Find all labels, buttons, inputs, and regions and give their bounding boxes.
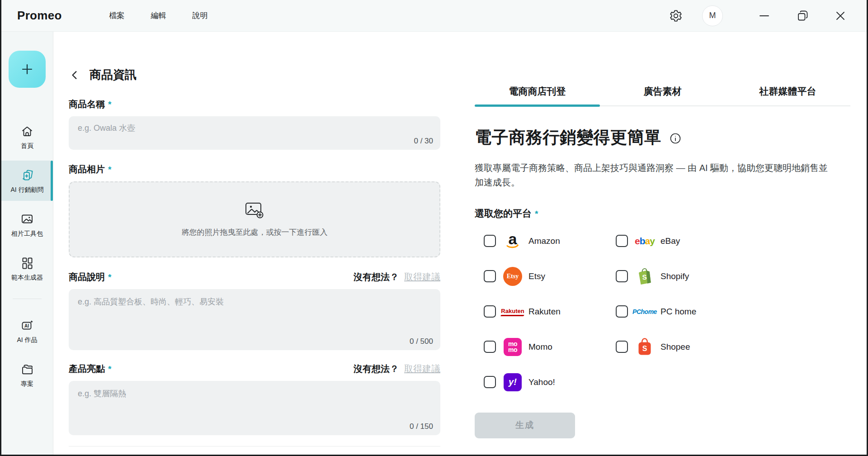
svg-text:a: a	[509, 232, 518, 247]
product-description-label: 商品說明	[69, 271, 105, 283]
ecommerce-panel: 電商商店刊登 廣告素材 社群媒體平台 電子商務行銷變得更簡單 獲取專屬電子商務策…	[475, 58, 850, 455]
get-suggestion-link[interactable]: 取得建議	[404, 271, 440, 283]
product-name-input[interactable]	[69, 116, 440, 133]
plus-icon	[19, 62, 35, 77]
photo-dropzone[interactable]: 將您的照片拖曳至此處，或按一下進行匯入	[69, 181, 440, 257]
ebay-checkbox[interactable]	[616, 235, 628, 247]
amazon-checkbox[interactable]	[484, 235, 496, 247]
char-counter: 0 / 150	[410, 422, 433, 431]
char-counter: 0 / 30	[414, 137, 433, 146]
minimize-button[interactable]	[757, 9, 772, 23]
required-mark: *	[108, 272, 111, 282]
product-name-field: 0 / 30	[69, 116, 440, 150]
shopify-checkbox[interactable]	[616, 270, 628, 282]
shopify-logo: S	[634, 267, 655, 286]
platform-grid: a Amazon ebay eBay	[484, 231, 850, 393]
product-highlights-input[interactable]	[69, 381, 440, 423]
platform-label: Amazon	[528, 236, 560, 246]
ai-advisor-icon	[20, 168, 34, 182]
platform-shopee[interactable]: S Shopee	[616, 337, 748, 356]
dropzone-hint: 將您的照片拖曳至此處，或按一下進行匯入	[182, 227, 328, 238]
amazon-logo: a	[502, 232, 523, 250]
sidebar-item-ai-works[interactable]: AI AI 作品	[1, 311, 53, 351]
app-logo: Promeo	[17, 9, 62, 23]
shopee-logo: S	[634, 337, 655, 356]
no-idea-text: 沒有想法？	[354, 363, 399, 375]
etsy-logo: Etsy	[502, 267, 523, 286]
platform-label: PC home	[660, 307, 696, 317]
restore-icon	[796, 9, 809, 23]
pchome-checkbox[interactable]	[616, 305, 628, 318]
tab-social-media[interactable]: 社群媒體平台	[725, 85, 850, 105]
new-project-button[interactable]	[9, 51, 46, 88]
menu-help[interactable]: 說明	[193, 10, 208, 21]
platform-ebay[interactable]: ebay eBay	[616, 235, 748, 247]
shopee-checkbox[interactable]	[616, 341, 628, 353]
platform-yahoo[interactable]: y! Yahoo!	[484, 373, 616, 391]
svg-text:S: S	[642, 273, 647, 281]
avatar[interactable]: M	[702, 5, 723, 26]
platform-label: Etsy	[528, 271, 545, 281]
sidebar-divider	[13, 299, 42, 299]
sidebar-item-photo-toolkit[interactable]: 相片工具包	[1, 204, 53, 245]
product-highlights-field: 0 / 150	[69, 381, 440, 435]
sidebar-item-projects[interactable]: 專案	[1, 355, 53, 395]
menu-edit[interactable]: 編輯	[151, 10, 166, 21]
menu-bar: 檔案 編輯 說明	[109, 10, 208, 21]
menu-file[interactable]: 檔案	[109, 10, 125, 21]
ebay-logo: ebay	[634, 236, 655, 247]
sidebar-item-home[interactable]: 首頁	[1, 117, 53, 157]
char-counter: 0 / 500	[410, 337, 433, 346]
settings-button[interactable]	[667, 7, 685, 25]
momo-checkbox[interactable]	[484, 341, 496, 353]
sidebar-item-label: 相片工具包	[11, 230, 43, 238]
generate-button[interactable]: 生成	[475, 413, 575, 438]
close-button[interactable]	[833, 9, 848, 23]
sidebar-item-ai-advisor[interactable]: AI 行銷顧問	[1, 161, 53, 201]
info-button[interactable]	[669, 132, 682, 145]
sidebar-item-label: 範本生成器	[11, 274, 43, 282]
panel-description: 獲取專屬電子商務策略、商品上架技巧與通路洞察 — 由 AI 驅動，協助您更聰明地…	[475, 161, 836, 190]
photo-toolkit-icon	[20, 212, 34, 226]
tab-ad-assets[interactable]: 廣告素材	[600, 85, 725, 105]
platform-rakuten[interactable]: Rakuten Rakuten	[484, 305, 616, 318]
back-button[interactable]	[69, 69, 80, 81]
platform-select-label: 選取您的平台	[475, 207, 532, 220]
sidebar-nav: 首頁 AI 行銷顧問 相片工具包	[1, 117, 53, 399]
page-title: 商品資訊	[90, 67, 137, 83]
platform-shopify[interactable]: S Shopify	[616, 267, 748, 286]
svg-text:S: S	[642, 345, 647, 352]
tab-bar: 電商商店刊登 廣告素材 社群媒體平台	[475, 85, 850, 106]
etsy-checkbox[interactable]	[484, 270, 496, 282]
get-suggestion-link[interactable]: 取得建議	[404, 363, 440, 375]
platform-amazon[interactable]: a Amazon	[484, 232, 616, 250]
rakuten-checkbox[interactable]	[484, 305, 496, 318]
sidebar-item-label: AI 行銷顧問	[10, 186, 43, 194]
platform-etsy[interactable]: Etsy Etsy	[484, 267, 616, 286]
close-icon	[834, 9, 847, 23]
chevron-left-icon	[70, 70, 80, 80]
yahoo-checkbox[interactable]	[484, 376, 496, 388]
sidebar-item-template-generator[interactable]: 範本生成器	[1, 248, 53, 289]
product-description-field: 0 / 500	[69, 289, 440, 350]
restore-button[interactable]	[795, 9, 810, 23]
platform-pchome[interactable]: PChome PC home	[616, 305, 748, 318]
platform-label: Yahoo!	[528, 377, 555, 387]
avatar-initial: M	[709, 11, 716, 20]
product-description-input[interactable]	[69, 289, 440, 331]
required-mark: *	[535, 209, 538, 219]
required-mark: *	[108, 100, 111, 109]
template-generator-icon	[20, 256, 34, 270]
info-icon	[669, 132, 682, 145]
panel-heading: 電子商務行銷變得更簡單	[475, 126, 661, 149]
gear-icon	[669, 9, 683, 23]
platform-momo[interactable]: momo Momo	[484, 338, 616, 356]
tab-ecommerce-listing[interactable]: 電商商店刊登	[475, 85, 600, 105]
main-content: 商品資訊 商品名稱 * 0 / 30 商品相片 *	[53, 32, 867, 455]
required-mark: *	[108, 165, 111, 175]
required-mark: *	[108, 364, 111, 374]
sidebar-item-label: 專案	[21, 380, 33, 388]
sidebar-item-label: 首頁	[21, 142, 33, 150]
no-idea-text: 沒有想法？	[354, 271, 399, 283]
pchome-logo: PChome	[634, 308, 655, 315]
